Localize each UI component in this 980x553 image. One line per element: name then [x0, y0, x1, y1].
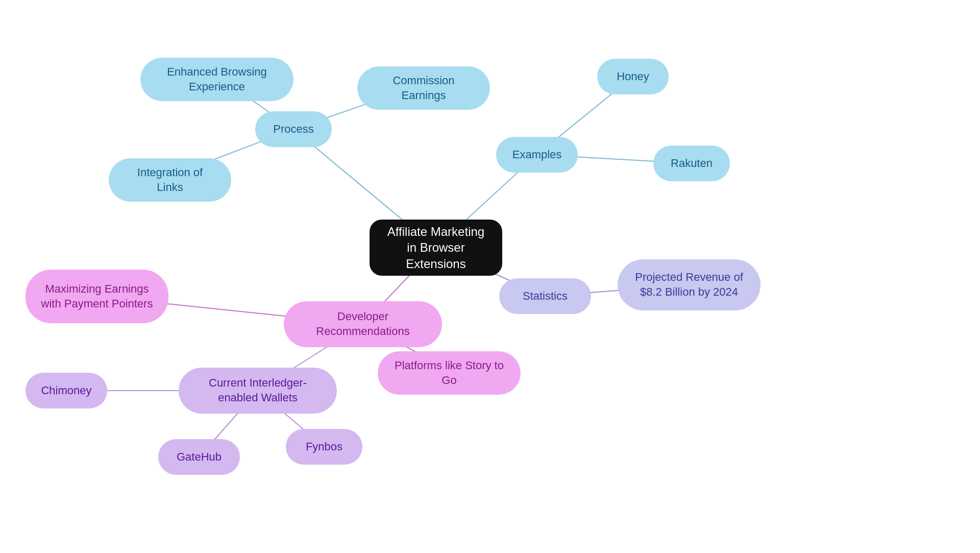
node-honey: Honey: [597, 59, 669, 94]
node-devrecom: Developer Recommendations: [284, 301, 442, 347]
node-wallets: Current Interledger-enabled Wallets: [179, 368, 337, 414]
node-statistics: Statistics: [499, 278, 591, 314]
node-chimoney: Chimoney: [26, 373, 107, 408]
node-rakuten: Rakuten: [653, 146, 730, 181]
node-gatehub: GateHub: [158, 439, 240, 475]
node-enhanced: Enhanced Browsing Experience: [140, 58, 293, 101]
node-projected: Projected Revenue of $8.2 Billion by 202…: [618, 259, 761, 310]
node-examples: Examples: [496, 137, 578, 173]
node-process: Process: [255, 111, 332, 147]
center-node: Affiliate Marketing in Browser Extension…: [370, 220, 502, 276]
node-commission: Commission Earnings: [357, 66, 490, 110]
node-maximizing: Maximizing Earnings with Payment Pointer…: [26, 270, 168, 323]
node-platforms: Platforms like Story to Go: [378, 351, 521, 395]
node-fynbos: Fynbos: [286, 429, 362, 465]
node-integration: Integration of Links: [109, 158, 231, 202]
